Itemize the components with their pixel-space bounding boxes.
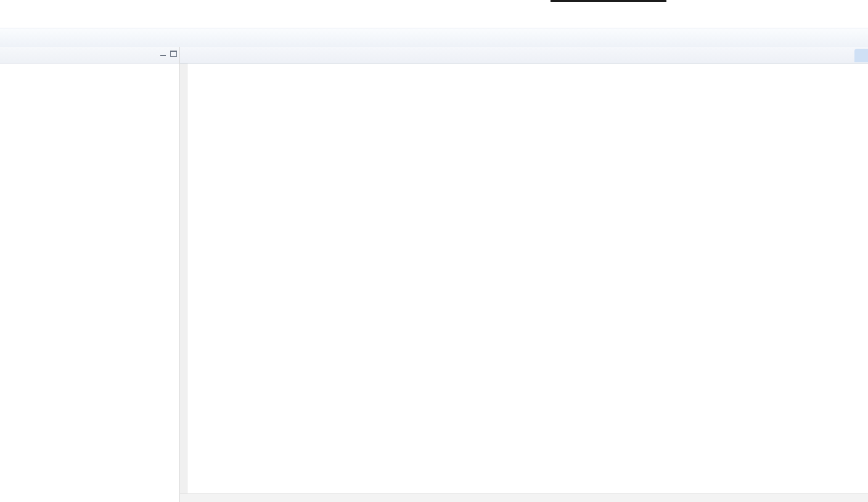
editor-bottom-strip bbox=[180, 493, 868, 502]
workbench bbox=[0, 47, 868, 502]
overlay-artifact-bar bbox=[551, 0, 666, 2]
code-editor[interactable] bbox=[180, 64, 868, 493]
title-bar bbox=[0, 0, 868, 14]
editor-tab-bar bbox=[180, 47, 868, 64]
maximize-button[interactable] bbox=[170, 51, 177, 57]
dave-ide-window: { "window": { "title": "Dave - DAVE IDE … bbox=[0, 0, 868, 502]
editor-area bbox=[180, 47, 868, 502]
menu-bar bbox=[0, 14, 868, 28]
project-tree[interactable] bbox=[0, 78, 179, 502]
explorer-toolbar bbox=[0, 64, 179, 78]
code-lines bbox=[187, 64, 868, 493]
explorer-tab-bar bbox=[0, 47, 179, 64]
editor-stack-corner bbox=[854, 49, 868, 62]
main-toolbar bbox=[0, 28, 868, 47]
explorer-panel bbox=[0, 47, 180, 502]
annotation-gutter[interactable] bbox=[180, 64, 187, 493]
minimize-button[interactable] bbox=[160, 51, 166, 57]
panel-window-buttons bbox=[160, 51, 177, 57]
